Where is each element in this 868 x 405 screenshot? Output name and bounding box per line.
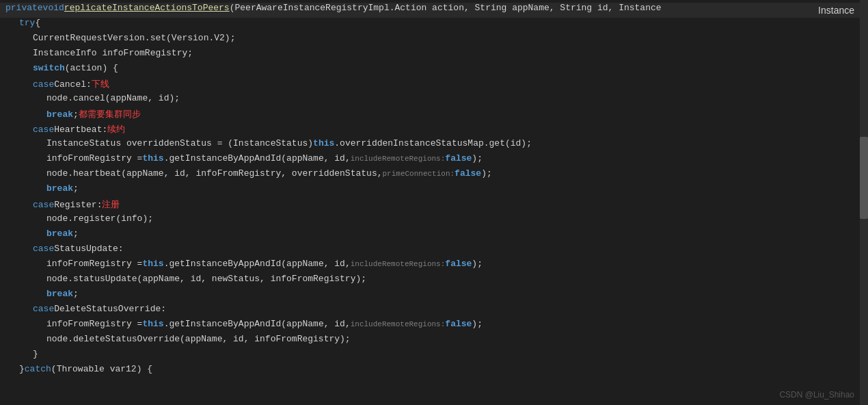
code-line-11: infoFromRegistry = this.getInstanceByApp…	[0, 153, 868, 168]
scrollbar-thumb[interactable]	[860, 137, 868, 219]
code-line-21: case DeleteStatusOverride:	[0, 304, 868, 319]
code-line-10: InstanceStatus overriddenStatus = (Insta…	[0, 138, 868, 153]
code-line-24: }	[0, 349, 868, 364]
code-line-16: break;	[0, 228, 868, 244]
code-line-19: node.statusUpdate(appName, id, newStatus…	[0, 274, 868, 289]
code-line-1: private void replicateInstanceActionsToP…	[0, 3, 868, 18]
code-line-3: CurrentRequestVersion.set(Version.V2);	[0, 33, 868, 48]
code-line-8: break; 都需要集群同步	[0, 108, 868, 123]
vertical-scrollbar[interactable]	[860, 0, 868, 405]
code-line-22: infoFromRegistry = this.getInstanceByApp…	[0, 319, 868, 334]
top-right-label: Instance	[818, 5, 854, 16]
code-line-23: node.deleteStatusOverride(appName, id, i…	[0, 334, 868, 349]
code-line-6: case Cancel: 下线	[0, 78, 868, 93]
code-line-12: node.heartbeat(appName, id, infoFromRegi…	[0, 168, 868, 183]
code-line-9: case Heartbeat: 续约	[0, 123, 868, 138]
code-editor: private void replicateInstanceActionsToP…	[0, 0, 868, 405]
code-line-14: case Register: 注册	[0, 198, 868, 213]
code-line-17: case StatusUpdate:	[0, 244, 868, 259]
code-line-7: node.cancel(appName, id);	[0, 93, 868, 108]
code-line-15: node.register(info);	[0, 213, 868, 228]
code-line-18: infoFromRegistry = this.getInstanceByApp…	[0, 259, 868, 274]
code-line-5: switch(action) {	[0, 63, 868, 78]
code-line-20: break;	[0, 289, 868, 304]
watermark: CSDN @Liu_Shihao	[779, 390, 854, 400]
code-line-13: break;	[0, 183, 868, 198]
code-line-25: } catch (Throwable var12) {	[0, 364, 868, 379]
code-line-2: try {	[0, 18, 868, 33]
code-line-4: InstanceInfo infoFromRegistry;	[0, 48, 868, 63]
